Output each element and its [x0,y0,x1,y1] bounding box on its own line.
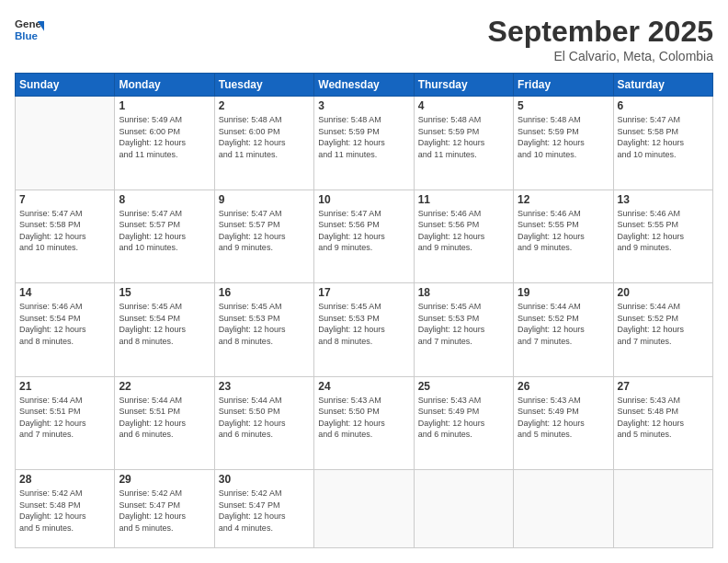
calendar-cell: 1Sunrise: 5:49 AMSunset: 6:00 PMDaylight… [115,97,214,190]
day-info: Sunrise: 5:48 AMSunset: 5:59 PMDaylight:… [318,114,409,160]
day-info: Sunrise: 5:46 AMSunset: 5:56 PMDaylight:… [418,208,509,254]
week-row-3: 14Sunrise: 5:46 AMSunset: 5:54 PMDayligh… [16,283,713,377]
weekday-header-row: SundayMondayTuesdayWednesdayThursdayFrid… [16,74,713,97]
calendar-cell: 10Sunrise: 5:47 AMSunset: 5:56 PMDayligh… [314,190,414,283]
weekday-saturday: Saturday [613,74,712,97]
day-number: 14 [19,286,110,299]
day-info: Sunrise: 5:47 AMSunset: 5:58 PMDaylight:… [19,208,110,254]
day-number: 6 [618,99,709,112]
day-number: 19 [518,286,609,299]
day-number: 5 [518,99,609,112]
weekday-friday: Friday [514,74,613,97]
calendar-cell: 28Sunrise: 5:42 AMSunset: 5:48 PMDayligh… [16,470,115,548]
day-number: 26 [518,380,609,393]
day-info: Sunrise: 5:42 AMSunset: 5:47 PMDaylight:… [219,488,310,534]
svg-text:Blue: Blue [15,30,39,41]
day-info: Sunrise: 5:48 AMSunset: 6:00 PMDaylight:… [219,114,310,160]
calendar-cell: 18Sunrise: 5:45 AMSunset: 5:53 PMDayligh… [414,283,513,377]
day-number: 1 [119,99,210,112]
day-number: 18 [418,286,509,299]
day-info: Sunrise: 5:46 AMSunset: 5:55 PMDaylight:… [518,208,609,254]
calendar-cell: 13Sunrise: 5:46 AMSunset: 5:55 PMDayligh… [613,190,712,283]
day-number: 23 [219,380,310,393]
day-info: Sunrise: 5:46 AMSunset: 5:55 PMDaylight:… [618,208,709,254]
header: General Blue September 2025 El Calvario,… [15,15,713,63]
calendar-cell [613,470,712,548]
day-number: 12 [518,193,609,206]
calendar-cell: 26Sunrise: 5:43 AMSunset: 5:49 PMDayligh… [514,376,613,470]
day-number: 22 [119,380,210,393]
day-number: 29 [119,473,210,486]
day-number: 30 [219,473,310,486]
location: El Calvario, Meta, Colombia [488,49,713,63]
calendar-table: SundayMondayTuesdayWednesdayThursdayFrid… [15,73,713,548]
calendar-cell: 15Sunrise: 5:45 AMSunset: 5:54 PMDayligh… [115,283,214,377]
day-info: Sunrise: 5:48 AMSunset: 5:59 PMDaylight:… [418,114,509,160]
day-info: Sunrise: 5:47 AMSunset: 5:58 PMDaylight:… [618,114,709,160]
calendar-cell: 11Sunrise: 5:46 AMSunset: 5:56 PMDayligh… [414,190,513,283]
day-number: 3 [318,99,409,112]
week-row-1: 1Sunrise: 5:49 AMSunset: 6:00 PMDaylight… [16,97,713,190]
calendar-cell: 4Sunrise: 5:48 AMSunset: 5:59 PMDaylight… [414,97,513,190]
day-info: Sunrise: 5:48 AMSunset: 5:59 PMDaylight:… [518,114,609,160]
day-info: Sunrise: 5:44 AMSunset: 5:50 PMDaylight:… [219,395,310,441]
calendar-cell: 7Sunrise: 5:47 AMSunset: 5:58 PMDaylight… [16,190,115,283]
day-info: Sunrise: 5:45 AMSunset: 5:53 PMDaylight:… [219,301,310,347]
day-number: 13 [618,193,709,206]
day-info: Sunrise: 5:43 AMSunset: 5:50 PMDaylight:… [318,395,409,441]
calendar-cell [16,97,115,190]
calendar-cell: 5Sunrise: 5:48 AMSunset: 5:59 PMDaylight… [514,97,613,190]
day-info: Sunrise: 5:45 AMSunset: 5:54 PMDaylight:… [119,301,210,347]
weekday-tuesday: Tuesday [214,74,313,97]
day-info: Sunrise: 5:42 AMSunset: 5:48 PMDaylight:… [19,488,110,534]
day-info: Sunrise: 5:43 AMSunset: 5:48 PMDaylight:… [618,395,709,441]
weekday-wednesday: Wednesday [314,74,414,97]
calendar-cell: 23Sunrise: 5:44 AMSunset: 5:50 PMDayligh… [214,376,313,470]
day-info: Sunrise: 5:43 AMSunset: 5:49 PMDaylight:… [518,395,609,441]
day-info: Sunrise: 5:43 AMSunset: 5:49 PMDaylight:… [418,395,509,441]
logo-icon: General Blue [15,15,44,44]
day-info: Sunrise: 5:47 AMSunset: 5:56 PMDaylight:… [318,208,409,254]
calendar-cell: 21Sunrise: 5:44 AMSunset: 5:51 PMDayligh… [16,376,115,470]
day-info: Sunrise: 5:44 AMSunset: 5:51 PMDaylight:… [19,395,110,441]
weekday-monday: Monday [115,74,214,97]
day-number: 7 [19,193,110,206]
calendar-cell [314,470,414,548]
calendar-cell: 20Sunrise: 5:44 AMSunset: 5:52 PMDayligh… [613,283,712,377]
week-row-5: 28Sunrise: 5:42 AMSunset: 5:48 PMDayligh… [16,470,713,548]
day-info: Sunrise: 5:42 AMSunset: 5:47 PMDaylight:… [119,488,210,534]
day-number: 28 [19,473,110,486]
calendar-cell [514,470,613,548]
calendar-cell: 14Sunrise: 5:46 AMSunset: 5:54 PMDayligh… [16,283,115,377]
calendar-cell: 2Sunrise: 5:48 AMSunset: 6:00 PMDaylight… [214,97,313,190]
day-info: Sunrise: 5:49 AMSunset: 6:00 PMDaylight:… [119,114,210,160]
day-number: 15 [119,286,210,299]
calendar-cell: 12Sunrise: 5:46 AMSunset: 5:55 PMDayligh… [514,190,613,283]
day-number: 11 [418,193,509,206]
calendar-cell: 24Sunrise: 5:43 AMSunset: 5:50 PMDayligh… [314,376,414,470]
day-number: 17 [318,286,409,299]
calendar-cell: 25Sunrise: 5:43 AMSunset: 5:49 PMDayligh… [414,376,513,470]
calendar-cell: 16Sunrise: 5:45 AMSunset: 5:53 PMDayligh… [214,283,313,377]
calendar-cell: 30Sunrise: 5:42 AMSunset: 5:47 PMDayligh… [214,470,313,548]
day-info: Sunrise: 5:44 AMSunset: 5:52 PMDaylight:… [518,301,609,347]
calendar-cell: 8Sunrise: 5:47 AMSunset: 5:57 PMDaylight… [115,190,214,283]
calendar-cell: 3Sunrise: 5:48 AMSunset: 5:59 PMDaylight… [314,97,414,190]
day-info: Sunrise: 5:45 AMSunset: 5:53 PMDaylight:… [318,301,409,347]
day-number: 10 [318,193,409,206]
calendar-cell [414,470,513,548]
calendar-cell: 19Sunrise: 5:44 AMSunset: 5:52 PMDayligh… [514,283,613,377]
day-info: Sunrise: 5:44 AMSunset: 5:51 PMDaylight:… [119,395,210,441]
calendar-cell: 17Sunrise: 5:45 AMSunset: 5:53 PMDayligh… [314,283,414,377]
day-number: 2 [219,99,310,112]
day-number: 8 [119,193,210,206]
calendar-cell: 6Sunrise: 5:47 AMSunset: 5:58 PMDaylight… [613,97,712,190]
week-row-2: 7Sunrise: 5:47 AMSunset: 5:58 PMDaylight… [16,190,713,283]
day-info: Sunrise: 5:47 AMSunset: 5:57 PMDaylight:… [119,208,210,254]
day-number: 25 [418,380,509,393]
day-number: 16 [219,286,310,299]
calendar-cell: 22Sunrise: 5:44 AMSunset: 5:51 PMDayligh… [115,376,214,470]
week-row-4: 21Sunrise: 5:44 AMSunset: 5:51 PMDayligh… [16,376,713,470]
weekday-thursday: Thursday [414,74,513,97]
day-info: Sunrise: 5:45 AMSunset: 5:53 PMDaylight:… [418,301,509,347]
